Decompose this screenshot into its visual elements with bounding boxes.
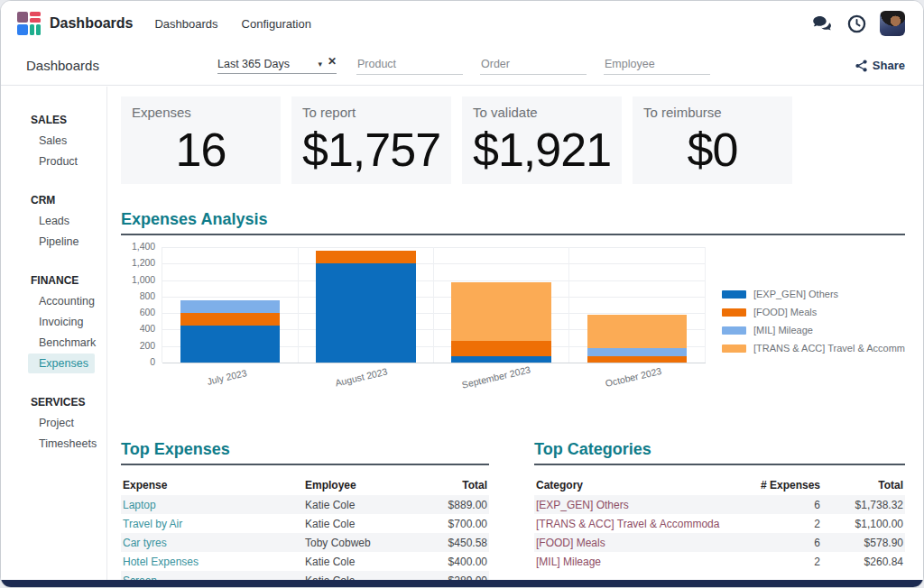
legend-swatch	[722, 345, 746, 353]
sidebar-item-product[interactable]: Product	[28, 152, 95, 171]
chart-slot-august-2023	[299, 247, 434, 363]
x-label-slot: July 2023	[162, 363, 298, 400]
menu-item-dashboards[interactable]: Dashboards	[154, 17, 217, 31]
share-icon	[855, 60, 867, 72]
legend-item-mil-mileage[interactable]: [MIL] Mileage	[722, 325, 905, 335]
top-navbar: Dashboards DashboardsConfiguration	[1, 1, 923, 46]
chart-y-axis: 1,4001,2001,0008006004002000	[121, 247, 162, 363]
sidebar-item-invoicing[interactable]: Invoicing	[28, 312, 95, 332]
column-header-employee: Employee	[303, 475, 406, 495]
stacked-bar-august-2023[interactable]	[316, 247, 416, 363]
category-cell-link[interactable]: [FOOD] Meals	[536, 537, 605, 549]
legend-label: [TRANS & ACC] Travel & Accomm	[753, 343, 905, 354]
bar-segment-trans-acc-travel-accomm[interactable]	[587, 315, 688, 348]
expenses-analysis-section: Expenses Analysis 1,4001,2001,0008006004…	[121, 210, 905, 400]
bar-segment-trans-acc-travel-accomm[interactable]	[451, 282, 551, 341]
share-label: Share	[873, 59, 905, 72]
sidebar-item-pipeline[interactable]: Pipeline	[28, 232, 95, 252]
product-filter-input[interactable]	[356, 56, 463, 75]
kpi-card-expenses[interactable]: Expenses16	[121, 96, 281, 184]
expense-cell-link[interactable]: Car tyres	[123, 537, 167, 549]
logo-bars-green	[30, 24, 41, 35]
employee-filter-input[interactable]	[604, 56, 710, 75]
user-avatar[interactable]	[880, 11, 905, 36]
bar-segment-exp-gen-others[interactable]	[180, 326, 281, 363]
app-window: Dashboards DashboardsConfiguration Dashb…	[0, 0, 924, 588]
logo-square-blue	[17, 24, 28, 35]
stacked-bar-july-2023[interactable]	[180, 247, 281, 363]
app-title[interactable]: Dashboards	[50, 15, 133, 32]
expense-count-cell: 6	[723, 533, 822, 552]
table-row: [EXP_GEN] Others6$1,738.32	[534, 495, 905, 514]
kpi-card-to-reimburse[interactable]: To reimburse$0	[633, 96, 792, 184]
bar-segment-food-meals[interactable]	[316, 251, 416, 263]
kpi-card-to-report[interactable]: To report$1,757	[291, 96, 451, 184]
legend-swatch	[722, 308, 746, 317]
date-filter-value[interactable]: Last 365 Days	[217, 58, 318, 70]
sidebar-item-project[interactable]: Project	[28, 413, 95, 433]
menu-item-configuration[interactable]: Configuration	[242, 17, 311, 31]
table-row: ScreenKatie Cole$289.00	[121, 571, 489, 580]
category-cell: [FOOD] Meals	[534, 533, 723, 552]
kpi-label: Expenses	[132, 105, 270, 120]
table-row: [TRANS & ACC] Travel & Accommoda2$1,100.…	[534, 514, 905, 533]
total-cell: $1,738.32	[822, 495, 905, 514]
clear-filter-icon[interactable]: ✕	[328, 55, 337, 68]
x-tick-label: August 2023	[334, 366, 388, 389]
chart-plot-area	[162, 247, 706, 363]
sidebar-item-expenses[interactable]: Expenses	[28, 354, 95, 373]
sidebar-section-title: CRM	[1, 190, 106, 210]
category-cell: [MIL] Mileage	[534, 552, 723, 571]
table-row: LaptopKatie Cole$889.00	[121, 495, 489, 514]
stacked-bar-september-2023[interactable]	[451, 247, 551, 363]
sidebar-item-benchmark[interactable]: Benchmark	[28, 333, 95, 353]
column-header-expenses: # Expenses	[723, 475, 822, 495]
category-cell-link[interactable]: [TRANS & ACC] Travel & Accommoda	[536, 518, 719, 530]
chevron-down-icon[interactable]: ▾	[318, 60, 322, 69]
y-tick-label: 600	[140, 308, 156, 318]
total-cell: $578.90	[822, 533, 905, 552]
kpi-card-to-validate[interactable]: To validate$1,921	[462, 96, 622, 184]
kpi-row: Expenses16To report$1,757To validate$1,9…	[121, 96, 905, 184]
expense-cell-link[interactable]: Travel by Air	[123, 518, 182, 530]
employee-cell: Katie Cole	[303, 552, 406, 571]
messages-icon[interactable]	[811, 13, 833, 34]
activities-clock-icon[interactable]	[845, 13, 867, 34]
bar-segment-exp-gen-others[interactable]	[451, 356, 551, 363]
table-row: [MIL] Mileage2$260.84	[534, 552, 905, 571]
bar-segment-mil-mileage[interactable]	[587, 348, 688, 356]
bar-segment-food-meals[interactable]	[587, 356, 688, 363]
table-row: Travel by AirKatie Cole$700.00	[121, 514, 489, 533]
legend-item-food-meals[interactable]: [FOOD] Meals	[722, 307, 905, 317]
chart-section-title: Expenses Analysis	[121, 210, 905, 235]
tables-section: Top Expenses ExpenseEmployeeTotalLaptopK…	[121, 440, 905, 580]
sidebar-item-sales[interactable]: Sales	[28, 131, 95, 151]
bar-segment-food-meals[interactable]	[180, 313, 281, 326]
bar-segment-exp-gen-others[interactable]	[316, 263, 416, 363]
share-button[interactable]: Share	[855, 59, 905, 72]
expense-cell-link[interactable]: Laptop	[123, 499, 156, 511]
sidebar-item-timesheets[interactable]: Timesheets	[28, 434, 95, 454]
table-header-row: Category# ExpensesTotal	[534, 475, 905, 495]
sidebar-item-accounting[interactable]: Accounting	[28, 291, 95, 311]
apps-grid-icon[interactable]	[17, 12, 41, 35]
category-cell-link[interactable]: [EXP_GEN] Others	[536, 499, 629, 511]
sidebar-item-leads[interactable]: Leads	[28, 211, 95, 231]
expense-cell-link[interactable]: Hotel Expenses	[123, 556, 199, 568]
bar-segment-mil-mileage[interactable]	[180, 300, 281, 313]
legend-swatch	[722, 326, 746, 335]
employee-cell: Toby Cobweb	[303, 533, 406, 552]
total-cell: $889.00	[406, 495, 489, 514]
order-filter-input[interactable]	[480, 56, 587, 75]
x-tick-label: October 2023	[604, 365, 662, 389]
date-filter[interactable]: Last 365 Days ▾ ✕	[217, 58, 337, 74]
legend-item-trans-acc-travel-accomm[interactable]: [TRANS & ACC] Travel & Accomm	[722, 343, 905, 354]
legend-item-exp-gen-others[interactable]: [EXP_GEN] Others	[722, 289, 905, 299]
total-cell: $289.00	[406, 571, 489, 580]
bar-segment-food-meals[interactable]	[451, 341, 551, 356]
category-cell-link[interactable]: [MIL] Mileage	[536, 556, 601, 568]
breadcrumb[interactable]: Dashboards	[26, 58, 217, 73]
sidebar-section-crm: CRMLeadsPipeline	[1, 190, 106, 252]
stacked-bar-october-2023[interactable]	[587, 247, 688, 363]
top-categories-title: Top Categories	[534, 440, 905, 465]
